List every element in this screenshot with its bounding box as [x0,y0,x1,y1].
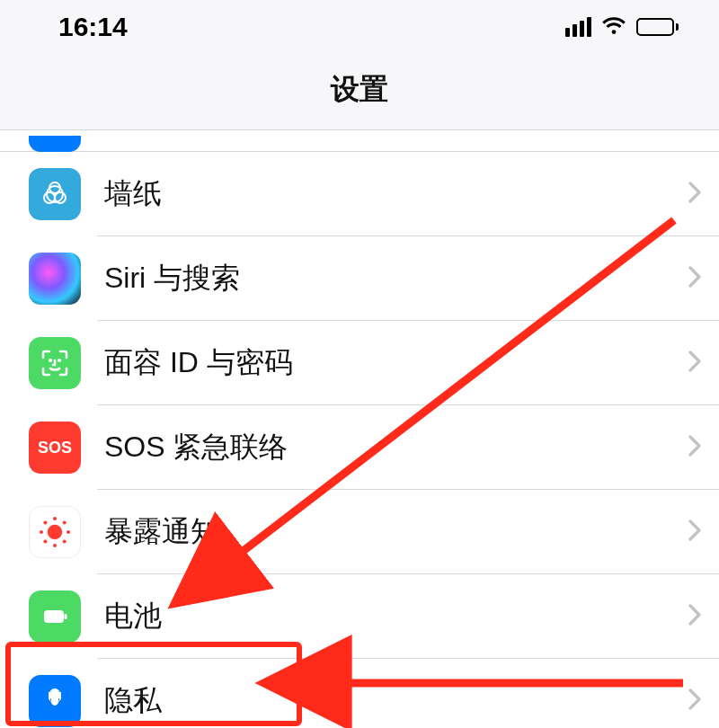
svg-point-9 [40,530,43,534]
svg-point-6 [48,525,62,539]
svg-point-7 [53,517,57,520]
settings-list: 墙纸 Siri 与搜索 面容 ID 与密码 SOS [0,152,719,728]
status-bar: 16:14 [0,0,719,54]
privacy-icon [29,675,81,727]
partial-icon [29,136,81,152]
row-exposure-label: 暴露通知 [104,512,674,552]
cellular-icon [565,17,591,37]
status-time: 16:14 [58,12,128,42]
row-wallpaper-label: 墙纸 [104,174,674,214]
svg-point-5 [58,360,60,361]
svg-point-8 [53,544,57,547]
svg-point-3 [55,192,66,203]
page-title: 设置 [0,54,719,130]
svg-point-4 [49,360,51,361]
row-wallpaper[interactable]: 墙纸 [0,152,719,236]
svg-point-10 [67,530,70,534]
battery-row-icon [29,590,81,643]
chevron-right-icon [674,604,701,629]
svg-point-12 [63,520,67,524]
chevron-right-icon [674,435,701,460]
row-battery-label: 电池 [104,597,674,636]
wifi-icon [600,17,627,37]
exposure-icon [29,506,81,558]
svg-rect-15 [44,610,64,623]
status-indicators [565,17,679,37]
row-exposure[interactable]: 暴露通知 [0,490,719,574]
row-siri[interactable]: Siri 与搜索 [0,236,719,321]
faceid-icon [29,337,81,389]
row-faceid-label: 面容 ID 与密码 [104,343,674,383]
svg-point-11 [43,520,47,524]
battery-icon [636,18,679,36]
chevron-right-icon [674,266,701,291]
sos-icon: SOS [29,422,81,474]
svg-point-2 [44,192,55,203]
row-sos[interactable]: SOS SOS 紧急联络 [0,405,719,490]
partial-previous-row [0,130,719,152]
chevron-right-icon [674,688,701,714]
svg-point-13 [43,540,47,544]
wallpaper-icon [29,168,81,220]
row-battery[interactable]: 电池 [0,574,719,659]
row-privacy[interactable]: 隐私 [0,659,719,728]
chevron-right-icon [674,182,701,207]
row-privacy-label: 隐私 [104,681,674,721]
row-siri-label: Siri 与搜索 [104,259,674,298]
siri-icon [29,253,81,305]
svg-rect-16 [65,614,67,619]
chevron-right-icon [674,351,701,376]
chevron-right-icon [674,519,701,545]
row-faceid[interactable]: 面容 ID 与密码 [0,321,719,405]
svg-point-14 [63,540,67,544]
row-sos-label: SOS 紧急联络 [104,428,674,467]
